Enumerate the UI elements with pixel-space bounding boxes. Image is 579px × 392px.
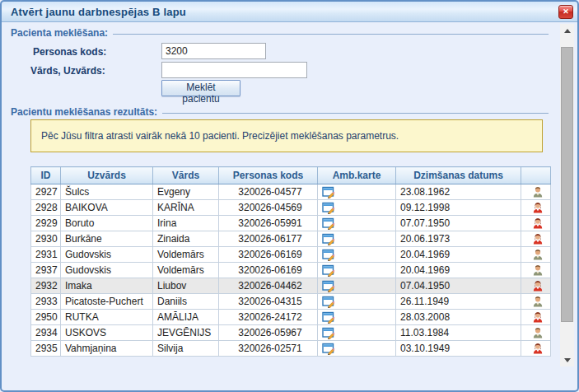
edit-card-icon[interactable] — [322, 201, 335, 214]
column-header-personal-code[interactable]: Personas kods — [219, 167, 318, 184]
edit-card-icon[interactable] — [322, 326, 335, 339]
cell-gender — [521, 310, 551, 325]
edit-card-icon[interactable] — [322, 264, 335, 277]
results-table: ID Uzvārds Vārds Personas kods Amb.karte… — [30, 166, 551, 357]
cell-surname: Picatoste-Puchert — [61, 294, 153, 310]
edit-card-icon[interactable] — [322, 232, 335, 245]
scrollbar-thumb[interactable] — [561, 47, 573, 322]
table-header-row: ID Uzvārds Vārds Personas kods Amb.karte… — [31, 167, 551, 184]
male-patient-icon — [531, 295, 544, 308]
cell-name: Voldemārs — [153, 247, 219, 263]
edit-card-icon[interactable] — [322, 279, 335, 292]
cell-surname: Boruto — [61, 216, 153, 231]
cell-birth-date: 23.08.1962 — [396, 184, 521, 200]
cell-birth-date: 20.04.1969 — [396, 263, 521, 278]
cell-personal-code: 320026-04462 — [219, 278, 318, 294]
cell-id: 2933 — [31, 294, 61, 310]
edit-card-icon[interactable] — [322, 217, 335, 230]
edit-card-icon[interactable] — [322, 248, 335, 261]
cell-personal-code: 320026-06177 — [219, 231, 318, 247]
edit-card-icon[interactable] — [322, 342, 335, 355]
scroll-up-button[interactable] — [560, 24, 574, 37]
table-row[interactable]: 2929 Boruto Irina 320026-05991 07.07.195… — [31, 216, 551, 231]
title-bar[interactable]: Atvērt jaunu darbnespējas B lapu ✕ — [2, 2, 577, 22]
cell-surname: BAIKOVA — [61, 200, 153, 216]
notice-box: Pēc Jūsu filtra atrasti vairāk nekā 10 p… — [30, 119, 543, 152]
table-row[interactable]: 2932 Imaka Liubov 320026-04462 07.04.195… — [31, 278, 551, 294]
cell-personal-code: 320026-06169 — [219, 263, 318, 278]
cell-amb-karte — [318, 184, 396, 200]
cell-id: 2928 — [31, 200, 61, 216]
vards-uzvards-label: Vārds, Uzvārds: — [30, 65, 105, 77]
female-patient-icon — [531, 201, 544, 214]
column-header-surname[interactable]: Uzvārds — [61, 167, 153, 184]
cell-personal-code: 320026-05967 — [219, 325, 318, 341]
cell-personal-code: 320026-24172 — [219, 310, 318, 325]
cell-amb-karte — [318, 278, 396, 294]
cell-name: Irina — [153, 216, 219, 231]
section-divider-line — [162, 113, 549, 114]
vards-uzvards-input[interactable] — [161, 62, 307, 78]
scroll-down-icon — [564, 358, 571, 362]
cell-amb-karte — [318, 263, 396, 278]
cell-surname: Vahmjaņina — [61, 341, 153, 357]
table-row[interactable]: 2931 Gudovskis Voldemārs 320026-06169 20… — [31, 247, 551, 263]
notice-text: Pēc Jūsu filtra atrasti vairāk nekā 10 p… — [41, 130, 399, 142]
male-patient-icon — [531, 326, 544, 339]
cell-gender — [521, 325, 551, 341]
table-row[interactable]: 2937 Gudovskis Voldemārs 320026-06169 20… — [31, 263, 551, 278]
female-patient-icon — [531, 310, 544, 324]
male-patient-icon — [531, 248, 544, 261]
vertical-scrollbar[interactable] — [560, 24, 574, 366]
cell-amb-karte — [318, 294, 396, 310]
section-divider-line — [113, 34, 549, 35]
column-header-id[interactable]: ID — [31, 167, 61, 184]
cell-personal-code: 320026-04315 — [219, 294, 318, 310]
cell-name: JEVGĒNIJS — [153, 325, 219, 341]
cell-name: AMĀLIJA — [153, 310, 219, 325]
cell-gender — [521, 278, 551, 294]
table-row[interactable]: 2950 RUTKA AMĀLIJA 320026-24172 28.03.20… — [31, 310, 551, 325]
dialog-window: Atvērt jaunu darbnespējas B lapu ✕ Pacie… — [0, 0, 579, 392]
column-header-actions[interactable] — [521, 167, 551, 184]
cell-gender — [521, 247, 551, 263]
column-header-amb-karte[interactable]: Amb.karte — [318, 167, 396, 184]
edit-card-icon[interactable] — [322, 310, 335, 324]
column-header-name[interactable]: Vārds — [153, 167, 219, 184]
search-section-label: Pacienta meklēšana: — [11, 27, 108, 39]
cell-surname: Šulcs — [61, 184, 153, 200]
cell-amb-karte — [318, 310, 396, 325]
scroll-down-button[interactable] — [560, 353, 574, 366]
close-button[interactable]: ✕ — [558, 5, 573, 19]
table-row[interactable]: 2928 BAIKOVA KARĪNA 320026-04569 09.12.1… — [31, 200, 551, 216]
cell-gender — [521, 200, 551, 216]
cell-id: 2929 — [31, 216, 61, 231]
cell-id: 2930 — [31, 231, 61, 247]
cell-surname: USKOVS — [61, 325, 153, 341]
cell-personal-code: 320026-02571 — [219, 341, 318, 357]
cell-birth-date: 03.10.1949 — [396, 341, 521, 357]
search-patient-button[interactable]: Meklēt pacientu — [161, 80, 240, 96]
table-row[interactable]: 2927 Šulcs Evgeny 320026-04577 23.08.196… — [31, 184, 551, 200]
cell-birth-date: 09.12.1998 — [396, 200, 521, 216]
cell-id: 2927 — [31, 184, 61, 200]
cell-id: 2937 — [31, 263, 61, 278]
column-header-birth-date[interactable]: Dzimšanas datums — [396, 167, 521, 184]
table-row[interactable]: 2935 Vahmjaņina Silvija 320026-02571 03.… — [31, 341, 551, 357]
edit-card-icon[interactable] — [322, 295, 335, 308]
cell-birth-date: 07.04.1950 — [396, 278, 521, 294]
cell-surname: Gudovskis — [61, 247, 153, 263]
cell-birth-date: 20.06.1973 — [396, 231, 521, 247]
cell-amb-karte — [318, 341, 396, 357]
table-row[interactable]: 2930 Burkāne Zinaida 320026-06177 20.06.… — [31, 231, 551, 247]
cell-id: 2931 — [31, 247, 61, 263]
search-section-header: Pacienta meklēšana: — [11, 27, 549, 39]
cell-amb-karte — [318, 247, 396, 263]
edit-card-icon[interactable] — [322, 185, 335, 198]
table-row[interactable]: 2934 USKOVS JEVGĒNIJS 320026-05967 11.03… — [31, 325, 551, 341]
personas-kods-input[interactable] — [161, 43, 266, 59]
cell-personal-code: 320026-04577 — [219, 184, 318, 200]
cell-gender — [521, 216, 551, 231]
table-row[interactable]: 2933 Picatoste-Puchert Daniils 320026-04… — [31, 294, 551, 310]
cell-birth-date: 20.04.1969 — [396, 247, 521, 263]
